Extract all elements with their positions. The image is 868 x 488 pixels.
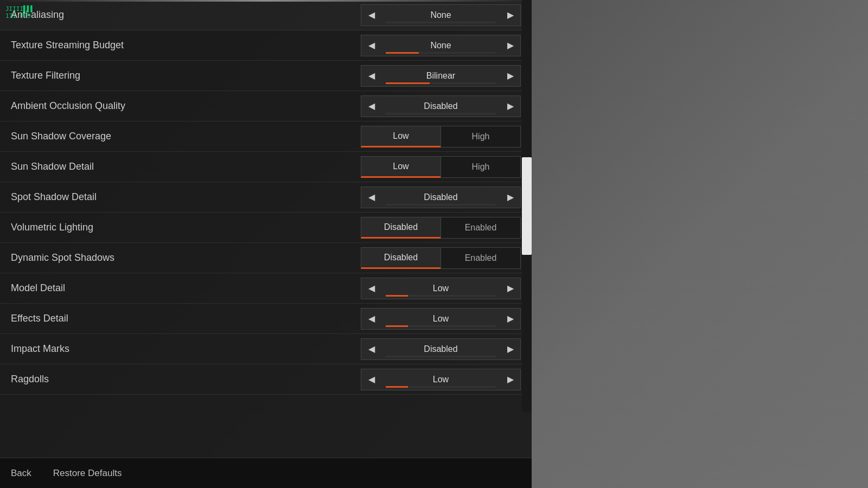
arrow-right-effects-detail[interactable]: ▶ (500, 308, 521, 330)
selector-bar-fill-model-detail (386, 295, 408, 297)
setting-row-impact-marks: Impact Marks◀Disabled▶ (0, 334, 532, 364)
setting-row-sun-shadow-coverage: Sun Shadow CoverageLowHigh (0, 121, 532, 152)
setting-label-sun-shadow-detail: Sun Shadow Detail (11, 161, 353, 172)
setting-row-model-detail: Model Detail◀Low▶ (0, 273, 532, 304)
arrow-selector-anti-aliasing: ◀None▶ (361, 4, 521, 26)
control-area-anti-aliasing: ◀None▶ (353, 4, 521, 26)
control-area-dynamic-spot-shadows: DisabledEnabled (353, 247, 521, 269)
settings-panel: JIIII▌▌▌ 171 FPS Anti-aliasing◀None▶Text… (0, 0, 532, 488)
control-area-effects-detail: ◀Low▶ (353, 308, 521, 330)
setting-label-spot-shadow-detail: Spot Shadow Detail (11, 191, 353, 203)
control-area-spot-shadow-detail: ◀Disabled▶ (353, 187, 521, 208)
selector-value-text-anti-aliasing: None (430, 10, 451, 20)
scrollbar-track[interactable] (522, 0, 532, 412)
setting-row-spot-shadow-detail: Spot Shadow Detail◀Disabled▶ (0, 182, 532, 213)
toggle-btn-sun-shadow-coverage-low[interactable]: Low (361, 126, 441, 147)
toggle-btn-dynamic-spot-shadows-enabled[interactable]: Enabled (441, 247, 521, 269)
arrow-left-ragdolls[interactable]: ◀ (361, 369, 381, 390)
selector-bar-fill-effects-detail (386, 325, 408, 327)
control-area-texture-filtering: ◀Bilinear▶ (353, 65, 521, 87)
setting-label-anti-aliasing: Anti-aliasing (11, 9, 353, 21)
arrow-right-ragdolls[interactable]: ▶ (500, 369, 521, 390)
arrow-selector-spot-shadow-detail: ◀Disabled▶ (361, 187, 521, 208)
toggle-btn-volumetric-lighting-enabled[interactable]: Enabled (441, 217, 521, 239)
selector-bar-fill-texture-streaming-budget (386, 52, 419, 54)
control-area-texture-streaming-budget: ◀None▶ (353, 35, 521, 56)
arrow-left-impact-marks[interactable]: ◀ (361, 338, 381, 360)
arrow-left-texture-streaming-budget[interactable]: ◀ (361, 35, 381, 56)
toggle-btn-sun-shadow-detail-low[interactable]: Low (361, 156, 441, 178)
arrow-left-anti-aliasing[interactable]: ◀ (361, 4, 381, 26)
arrow-right-spot-shadow-detail[interactable]: ▶ (500, 187, 521, 208)
control-area-sun-shadow-coverage: LowHigh (353, 126, 521, 147)
arrow-selector-ragdolls: ◀Low▶ (361, 369, 521, 390)
setting-label-sun-shadow-coverage: Sun Shadow Coverage (11, 131, 353, 142)
toggle-pair-sun-shadow-coverage: LowHigh (361, 126, 521, 147)
selector-value-text-effects-detail: Low (433, 314, 449, 324)
arrow-selector-texture-filtering: ◀Bilinear▶ (361, 65, 521, 87)
selector-value-box-model-detail: Low (381, 278, 500, 299)
selector-value-text-impact-marks: Disabled (424, 344, 457, 354)
control-area-impact-marks: ◀Disabled▶ (353, 338, 521, 360)
setting-label-impact-marks: Impact Marks (11, 343, 353, 355)
selector-value-box-effects-detail: Low (381, 308, 500, 330)
selector-value-box-impact-marks: Disabled (381, 338, 500, 360)
toggle-pair-dynamic-spot-shadows: DisabledEnabled (361, 247, 521, 269)
setting-row-ragdolls: Ragdolls◀Low▶ (0, 364, 532, 395)
bottom-bar: Back Restore Defaults (0, 458, 532, 488)
scrollbar-thumb[interactable] (522, 157, 532, 255)
arrow-right-anti-aliasing[interactable]: ▶ (500, 4, 521, 26)
selector-bar-model-detail (386, 295, 496, 297)
selector-value-box-ambient-occlusion-quality: Disabled (381, 95, 500, 117)
control-area-ambient-occlusion-quality: ◀Disabled▶ (353, 95, 521, 117)
selector-value-text-texture-filtering: Bilinear (426, 71, 455, 81)
toggle-btn-dynamic-spot-shadows-disabled[interactable]: Disabled (361, 247, 441, 269)
arrow-left-effects-detail[interactable]: ◀ (361, 308, 381, 330)
setting-label-effects-detail: Effects Detail (11, 313, 353, 324)
toggle-btn-sun-shadow-coverage-high[interactable]: High (441, 126, 521, 147)
right-background (532, 0, 868, 488)
selector-value-text-model-detail: Low (433, 284, 449, 293)
arrow-left-spot-shadow-detail[interactable]: ◀ (361, 187, 381, 208)
setting-label-texture-streaming-budget: Texture Streaming Budget (11, 40, 353, 51)
arrow-left-ambient-occlusion-quality[interactable]: ◀ (361, 95, 381, 117)
toggle-btn-sun-shadow-detail-high[interactable]: High (441, 156, 521, 178)
setting-label-ambient-occlusion-quality: Ambient Occlusion Quality (11, 100, 353, 112)
setting-row-dynamic-spot-shadows: Dynamic Spot ShadowsDisabledEnabled (0, 243, 532, 273)
restore-defaults-button[interactable]: Restore Defaults (53, 468, 122, 479)
back-button[interactable]: Back (11, 468, 31, 479)
selector-bar-texture-filtering (386, 82, 496, 84)
setting-label-texture-filtering: Texture Filtering (11, 70, 353, 81)
setting-row-effects-detail: Effects Detail◀Low▶ (0, 304, 532, 334)
setting-row-volumetric-lighting: Volumetric LightingDisabledEnabled (0, 213, 532, 243)
arrow-left-model-detail[interactable]: ◀ (361, 278, 381, 299)
setting-row-sun-shadow-detail: Sun Shadow DetailLowHigh (0, 152, 532, 182)
setting-row-texture-filtering: Texture Filtering◀Bilinear▶ (0, 61, 532, 91)
selector-value-text-spot-shadow-detail: Disabled (424, 192, 457, 202)
selector-value-box-spot-shadow-detail: Disabled (381, 187, 500, 208)
toggle-pair-sun-shadow-detail: LowHigh (361, 156, 521, 178)
selector-bar-fill-ragdolls (386, 386, 408, 388)
setting-label-dynamic-spot-shadows: Dynamic Spot Shadows (11, 252, 353, 264)
arrow-right-ambient-occlusion-quality[interactable]: ▶ (500, 95, 521, 117)
setting-label-model-detail: Model Detail (11, 282, 353, 294)
control-area-sun-shadow-detail: LowHigh (353, 156, 521, 178)
setting-row-texture-streaming-budget: Texture Streaming Budget◀None▶ (0, 30, 532, 61)
selector-value-text-ambient-occlusion-quality: Disabled (424, 101, 457, 111)
selector-value-box-texture-streaming-budget: None (381, 35, 500, 56)
arrow-left-texture-filtering[interactable]: ◀ (361, 65, 381, 87)
selector-bar-fill-texture-filtering (386, 82, 430, 84)
selector-value-text-texture-streaming-budget: None (430, 41, 451, 50)
selector-value-text-ragdolls: Low (433, 375, 449, 384)
selector-bar-impact-marks (386, 356, 496, 357)
arrow-right-model-detail[interactable]: ▶ (500, 278, 521, 299)
arrow-right-texture-filtering[interactable]: ▶ (500, 65, 521, 87)
arrow-right-impact-marks[interactable]: ▶ (500, 338, 521, 360)
control-area-model-detail: ◀Low▶ (353, 278, 521, 299)
toggle-btn-volumetric-lighting-disabled[interactable]: Disabled (361, 217, 441, 239)
arrow-selector-effects-detail: ◀Low▶ (361, 308, 521, 330)
selector-bar-ragdolls (386, 386, 496, 388)
arrow-right-texture-streaming-budget[interactable]: ▶ (500, 35, 521, 56)
selector-bar-ambient-occlusion-quality (386, 113, 496, 114)
selector-bar-effects-detail (386, 325, 496, 327)
